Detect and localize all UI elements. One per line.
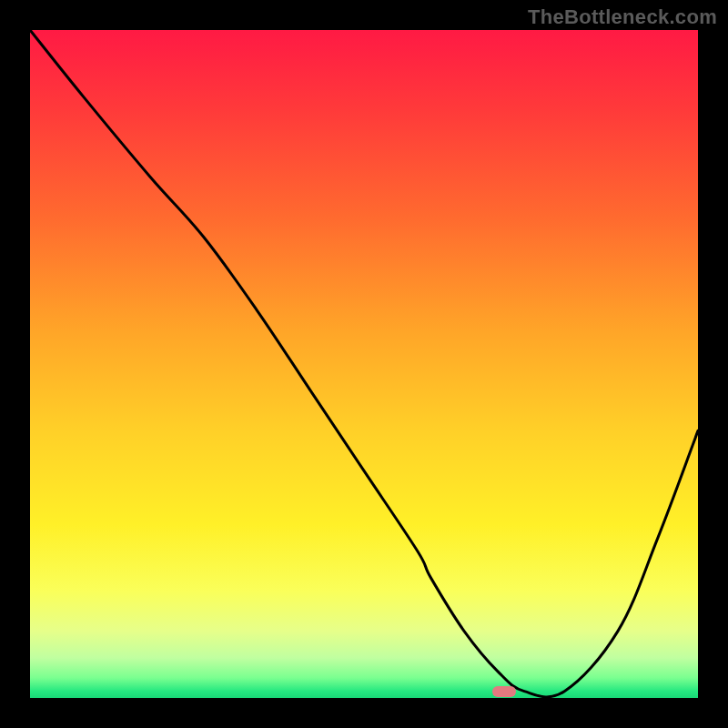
watermark-text: TheBottleneck.com	[528, 5, 717, 29]
bottleneck-curve-path	[30, 30, 698, 697]
curve-svg	[30, 30, 698, 698]
bottleneck-chart: TheBottleneck.com	[0, 0, 728, 728]
optimum-marker	[492, 686, 516, 697]
plot-area	[30, 30, 698, 698]
